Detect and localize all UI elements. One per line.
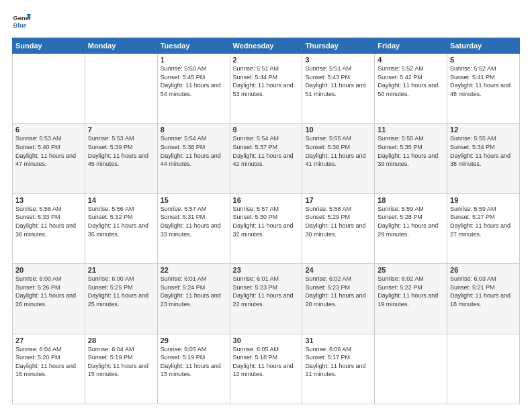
calendar-cell: 4Sunrise: 5:52 AMSunset: 5:42 PMDaylight… xyxy=(375,54,447,124)
day-number: 26 xyxy=(450,266,517,274)
day-number: 11 xyxy=(378,126,444,134)
day-number: 12 xyxy=(450,126,517,134)
calendar-cell xyxy=(375,334,447,404)
day-info: Sunrise: 5:55 AMSunset: 5:36 PMDaylight:… xyxy=(305,134,371,168)
day-number: 21 xyxy=(88,266,154,274)
day-number: 13 xyxy=(15,196,82,204)
calendar-cell: 11Sunrise: 5:55 AMSunset: 5:35 PMDayligh… xyxy=(375,124,447,193)
weekday-header: Thursday xyxy=(302,38,375,54)
calendar-cell: 30Sunrise: 6:05 AMSunset: 5:18 PMDayligh… xyxy=(230,334,302,404)
day-info: Sunrise: 5:52 AMSunset: 5:41 PMDaylight:… xyxy=(450,64,517,98)
calendar-cell: 2Sunrise: 5:51 AMSunset: 5:44 PMDaylight… xyxy=(230,54,302,124)
day-info: Sunrise: 5:52 AMSunset: 5:42 PMDaylight:… xyxy=(378,64,444,98)
day-number: 22 xyxy=(161,266,227,274)
day-info: Sunrise: 6:02 AMSunset: 5:23 PMDaylight:… xyxy=(305,275,371,308)
day-number: 30 xyxy=(233,336,300,345)
calendar-cell: 29Sunrise: 6:05 AMSunset: 5:19 PMDayligh… xyxy=(157,334,230,404)
day-number: 5 xyxy=(450,56,517,64)
logo: General Blue xyxy=(12,12,31,31)
day-info: Sunrise: 5:56 AMSunset: 5:33 PMDaylight:… xyxy=(15,205,82,238)
calendar-cell: 16Sunrise: 5:57 AMSunset: 5:30 PMDayligh… xyxy=(230,193,302,263)
calendar-cell: 15Sunrise: 5:57 AMSunset: 5:31 PMDayligh… xyxy=(157,193,230,263)
day-number: 29 xyxy=(161,336,227,345)
calendar-cell: 23Sunrise: 6:01 AMSunset: 5:23 PMDayligh… xyxy=(230,264,302,334)
calendar-cell: 17Sunrise: 5:58 AMSunset: 5:29 PMDayligh… xyxy=(302,193,375,263)
day-number: 1 xyxy=(161,56,227,64)
day-number: 15 xyxy=(161,196,227,204)
day-number: 16 xyxy=(233,196,300,204)
day-info: Sunrise: 6:00 AMSunset: 5:25 PMDaylight:… xyxy=(88,275,154,308)
day-info: Sunrise: 6:03 AMSunset: 5:21 PMDaylight:… xyxy=(450,275,517,308)
day-info: Sunrise: 6:02 AMSunset: 5:22 PMDaylight:… xyxy=(378,275,444,308)
day-number: 4 xyxy=(378,56,444,64)
calendar-cell: 28Sunrise: 6:04 AMSunset: 5:19 PMDayligh… xyxy=(85,334,157,404)
day-info: Sunrise: 5:54 AMSunset: 5:37 PMDaylight:… xyxy=(233,134,300,168)
calendar-week-row: 13Sunrise: 5:56 AMSunset: 5:33 PMDayligh… xyxy=(13,193,520,263)
calendar-cell: 21Sunrise: 6:00 AMSunset: 5:25 PMDayligh… xyxy=(85,264,157,334)
day-number: 25 xyxy=(378,266,444,274)
weekday-header: Sunday xyxy=(13,38,85,54)
calendar-cell: 10Sunrise: 5:55 AMSunset: 5:36 PMDayligh… xyxy=(302,124,375,193)
day-info: Sunrise: 5:56 AMSunset: 5:32 PMDaylight:… xyxy=(88,205,154,238)
day-info: Sunrise: 6:04 AMSunset: 5:19 PMDaylight:… xyxy=(88,345,154,379)
day-number: 3 xyxy=(305,56,371,64)
logo-icon: General Blue xyxy=(12,12,31,31)
day-info: Sunrise: 5:59 AMSunset: 5:28 PMDaylight:… xyxy=(378,205,444,238)
weekday-header: Monday xyxy=(85,38,157,54)
day-info: Sunrise: 5:55 AMSunset: 5:34 PMDaylight:… xyxy=(450,134,517,168)
day-number: 27 xyxy=(15,336,82,345)
day-number: 6 xyxy=(15,126,82,134)
day-info: Sunrise: 5:57 AMSunset: 5:30 PMDaylight:… xyxy=(233,205,300,238)
day-number: 2 xyxy=(233,56,300,64)
weekday-header: Tuesday xyxy=(157,38,230,54)
calendar-cell: 31Sunrise: 6:06 AMSunset: 5:17 PMDayligh… xyxy=(302,334,375,404)
day-number: 20 xyxy=(15,266,82,274)
calendar-cell: 27Sunrise: 6:04 AMSunset: 5:20 PMDayligh… xyxy=(13,334,85,404)
weekday-header: Saturday xyxy=(447,38,520,54)
calendar-cell: 13Sunrise: 5:56 AMSunset: 5:33 PMDayligh… xyxy=(13,193,85,263)
calendar-cell: 18Sunrise: 5:59 AMSunset: 5:28 PMDayligh… xyxy=(375,193,447,263)
day-info: Sunrise: 5:50 AMSunset: 5:45 PMDaylight:… xyxy=(161,64,227,98)
day-number: 7 xyxy=(88,126,154,134)
calendar-cell: 5Sunrise: 5:52 AMSunset: 5:41 PMDaylight… xyxy=(447,54,520,124)
day-info: Sunrise: 6:06 AMSunset: 5:17 PMDaylight:… xyxy=(305,345,371,379)
day-info: Sunrise: 6:04 AMSunset: 5:20 PMDaylight:… xyxy=(15,345,82,379)
weekday-header-row: SundayMondayTuesdayWednesdayThursdayFrid… xyxy=(13,38,520,54)
day-number: 23 xyxy=(233,266,300,274)
day-number: 24 xyxy=(305,266,371,274)
day-info: Sunrise: 6:05 AMSunset: 5:19 PMDaylight:… xyxy=(161,345,227,379)
day-info: Sunrise: 6:01 AMSunset: 5:23 PMDaylight:… xyxy=(233,275,300,308)
calendar-week-row: 27Sunrise: 6:04 AMSunset: 5:20 PMDayligh… xyxy=(13,334,520,404)
day-number: 18 xyxy=(378,196,444,204)
day-number: 28 xyxy=(88,336,154,345)
calendar-cell: 24Sunrise: 6:02 AMSunset: 5:23 PMDayligh… xyxy=(302,264,375,334)
calendar-cell: 19Sunrise: 5:59 AMSunset: 5:27 PMDayligh… xyxy=(447,193,520,263)
calendar-cell: 25Sunrise: 6:02 AMSunset: 5:22 PMDayligh… xyxy=(375,264,447,334)
day-info: Sunrise: 5:51 AMSunset: 5:43 PMDaylight:… xyxy=(305,64,371,98)
calendar-cell: 20Sunrise: 6:00 AMSunset: 5:26 PMDayligh… xyxy=(13,264,85,334)
day-info: Sunrise: 5:51 AMSunset: 5:44 PMDaylight:… xyxy=(233,64,300,98)
header: General Blue xyxy=(12,12,520,31)
calendar-cell: 26Sunrise: 6:03 AMSunset: 5:21 PMDayligh… xyxy=(447,264,520,334)
calendar-cell: 12Sunrise: 5:55 AMSunset: 5:34 PMDayligh… xyxy=(447,124,520,193)
day-number: 9 xyxy=(233,126,300,134)
day-info: Sunrise: 5:58 AMSunset: 5:29 PMDaylight:… xyxy=(305,205,371,238)
day-info: Sunrise: 5:55 AMSunset: 5:35 PMDaylight:… xyxy=(378,134,444,168)
calendar-cell: 14Sunrise: 5:56 AMSunset: 5:32 PMDayligh… xyxy=(85,193,157,263)
svg-text:Blue: Blue xyxy=(13,22,27,29)
day-info: Sunrise: 5:59 AMSunset: 5:27 PMDaylight:… xyxy=(450,205,517,238)
weekday-header: Wednesday xyxy=(230,38,302,54)
day-info: Sunrise: 5:53 AMSunset: 5:39 PMDaylight:… xyxy=(88,134,154,168)
calendar-table: SundayMondayTuesdayWednesdayThursdayFrid… xyxy=(12,38,520,404)
day-info: Sunrise: 6:00 AMSunset: 5:26 PMDaylight:… xyxy=(15,275,82,308)
page: General Blue SundayMondayTuesdayWednesda… xyxy=(0,0,532,411)
day-number: 10 xyxy=(305,126,371,134)
day-info: Sunrise: 6:01 AMSunset: 5:24 PMDaylight:… xyxy=(161,275,227,308)
day-number: 19 xyxy=(450,196,517,204)
calendar-week-row: 1Sunrise: 5:50 AMSunset: 5:45 PMDaylight… xyxy=(13,54,520,124)
day-number: 8 xyxy=(161,126,227,134)
calendar-cell: 6Sunrise: 5:53 AMSunset: 5:40 PMDaylight… xyxy=(13,124,85,193)
calendar-cell: 8Sunrise: 5:54 AMSunset: 5:38 PMDaylight… xyxy=(157,124,230,193)
calendar-week-row: 20Sunrise: 6:00 AMSunset: 5:26 PMDayligh… xyxy=(13,264,520,334)
calendar-cell xyxy=(85,54,157,124)
